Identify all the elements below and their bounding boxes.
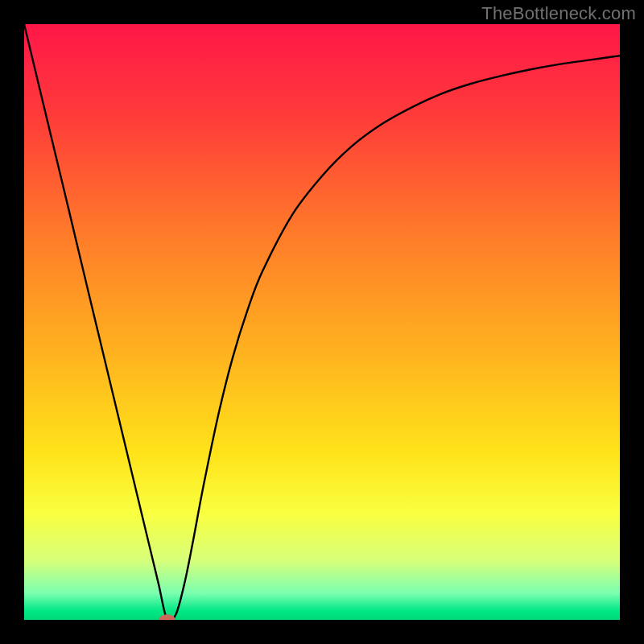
bottleneck-chart bbox=[24, 24, 620, 620]
chart-frame: TheBottleneck.com bbox=[0, 0, 644, 644]
plot-area bbox=[24, 24, 620, 620]
gradient-background bbox=[24, 24, 620, 620]
watermark-label: TheBottleneck.com bbox=[481, 3, 636, 24]
